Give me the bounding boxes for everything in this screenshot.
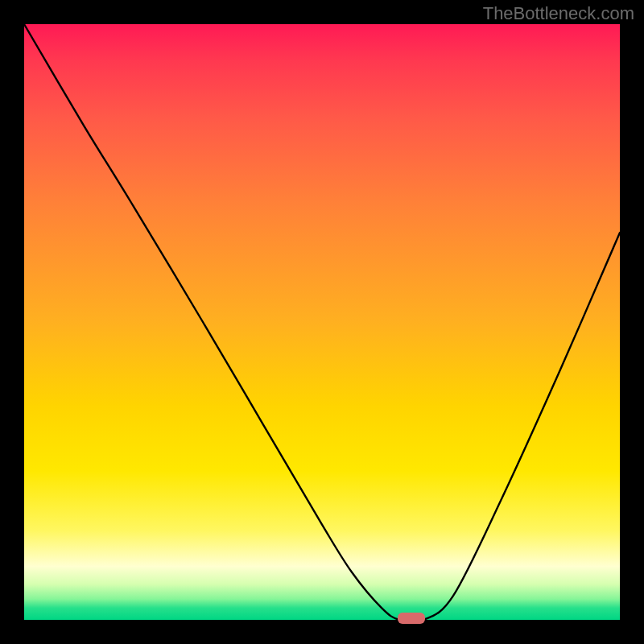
watermark: TheBottleneck.com <box>483 3 634 24</box>
bottleneck-curve-line <box>24 24 620 622</box>
optimal-match-marker <box>398 613 425 624</box>
chart-svg <box>24 24 620 620</box>
chart-area <box>24 24 620 620</box>
